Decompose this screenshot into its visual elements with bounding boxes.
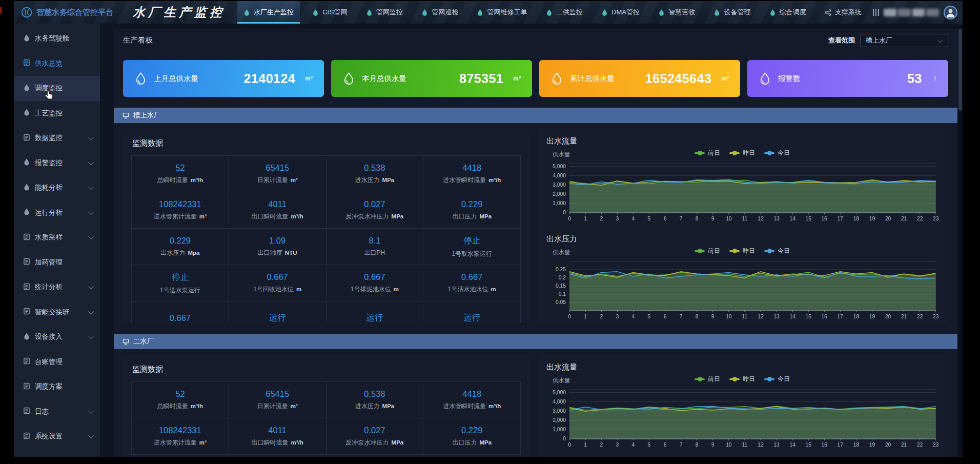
monitor-cell-value: 运行	[463, 312, 480, 323]
top-nav-tab-label: 水厂生产监控	[254, 8, 294, 17]
monitor-cell-value: 0.667	[267, 272, 288, 282]
monitor-cell-value: 4011	[268, 426, 286, 435]
legend-item[interactable]: 前日	[695, 375, 720, 384]
legend-item[interactable]: 前日	[695, 247, 720, 255]
top-nav-tab[interactable]: GIS管网	[306, 1, 353, 24]
svg-text:2,000: 2,000	[553, 191, 566, 197]
monitor-cell: 0.538 进水压力 MPa	[326, 382, 423, 418]
svg-text:0.15: 0.15	[556, 284, 566, 289]
legend-item-label: 昨日	[743, 149, 755, 157]
top-bar: 智慧水务综合管控平台 水厂生产监控 水厂生产监控 GIS管网 管网监控 管网巡检	[14, 1, 963, 24]
top-nav-tab[interactable]: 综合调度	[763, 1, 812, 24]
plant-scope-select[interactable]: 槽上水厂	[860, 34, 948, 47]
legend-item[interactable]: 前日	[695, 149, 720, 157]
monitor-data-grid: 52 总瞬时流量 m³/h 65415 日累计流量 m³ 0.538 进水压力 …	[131, 381, 521, 455]
document-icon	[23, 357, 30, 366]
chevron-down-icon	[88, 184, 94, 190]
monitor-cell-label: 出水压力	[160, 249, 185, 257]
plant-section-title: 槽上水厂	[133, 111, 161, 120]
sidebar-item[interactable]: 能耗分析	[14, 175, 100, 200]
monitor-cell: 0.667 1号回收池水位 m	[229, 265, 326, 301]
top-nav-tab[interactable]: 水厂生产监控	[237, 1, 300, 24]
sidebar-item[interactable]: 调度方案	[14, 374, 100, 399]
monitor-cell-unit: m³	[291, 403, 298, 409]
sidebar-item[interactable]: 日志	[14, 399, 100, 425]
page-title: 水厂生产监控	[133, 4, 225, 21]
production-board: 生产看板 查看范围 槽上水厂 上月总供水量 2140124 m³ 本月总供水量 …	[114, 29, 957, 457]
top-nav-tab[interactable]: DMA管控	[595, 1, 646, 24]
monitor-cell-label: 出口压力	[452, 212, 477, 221]
sidebar-item[interactable]: 台账管理	[14, 350, 100, 375]
monitor-cell-value: 1.09	[269, 236, 285, 246]
monitor-cell-value: 停止	[172, 272, 189, 283]
monitor-cell: 停止 1号送水泵运行	[132, 265, 229, 301]
legend-item[interactable]: 今日	[764, 375, 790, 384]
water-drop-icon	[243, 9, 250, 16]
monitor-cell: 运行	[423, 301, 520, 323]
top-nav-tab[interactable]: 管网维修工单	[471, 1, 533, 24]
legend-item[interactable]: 昨日	[729, 375, 755, 384]
top-nav-tab[interactable]: 设备管理	[707, 1, 757, 24]
sidebar-item[interactable]: 供水总览	[14, 51, 100, 76]
scrollbar-thumb[interactable]	[958, 29, 962, 111]
top-nav-tab[interactable]: 二供监控	[540, 1, 589, 24]
sidebar-item[interactable]: 运行分析	[14, 200, 100, 226]
monitor-cell-label: 出口浊度	[258, 249, 282, 257]
svg-text:2: 2	[600, 314, 603, 319]
svg-text:0: 0	[568, 314, 571, 319]
top-nav-tab[interactable]: 管网巡检	[415, 1, 464, 24]
plant-section: 二水厂 监测数据 52 总瞬时流量 m³/h 65415 日累计流量 m³ 0.…	[123, 334, 948, 457]
legend-item[interactable]: 昨日	[729, 247, 755, 255]
top-nav-tab[interactable]: 支撑系统	[819, 1, 868, 24]
monitor-cell-value: 108242331	[159, 426, 201, 435]
sidebar-item[interactable]: 数据监控	[14, 126, 100, 151]
user-avatar[interactable]	[944, 6, 957, 19]
svg-text:6: 6	[664, 314, 667, 319]
sidebar-item-label: 调度方案	[35, 382, 63, 391]
area-chart: 0.050.10.150.20.250123456789101112131415…	[545, 258, 939, 321]
sidebar-item[interactable]: 设备接入	[14, 325, 100, 350]
svg-text:21: 21	[901, 442, 907, 448]
monitor-cell: 65415 日累计流量 m³	[229, 382, 326, 418]
sidebar-item[interactable]: 加药管理	[14, 250, 100, 275]
stat-cards-row: 上月总供水量 2140124 m³ 本月总供水量 875351 m³ 累计总供水…	[123, 60, 948, 97]
monitor-cell-label: 日累计流量	[257, 402, 288, 411]
legend-item[interactable]: 今日	[764, 149, 790, 157]
sidebar-item[interactable]: 统计分析	[14, 275, 100, 300]
chevron-down-icon	[88, 159, 94, 165]
monitor-data-grid: 52 总瞬时流量 m³/h 65415 日累计流量 m³ 0.538 进水压力 …	[131, 155, 521, 323]
monitor-cell-value: 52	[175, 163, 185, 173]
sidebar-item[interactable]: 水质采样	[14, 225, 100, 250]
legend-item[interactable]: 今日	[764, 247, 790, 255]
chevron-down-icon	[88, 209, 94, 215]
monitor-cell-label: 日累计流量	[257, 176, 288, 185]
chevron-down-icon	[88, 234, 94, 239]
svg-text:10: 10	[726, 314, 732, 319]
sidebar-item-label: 水质采样	[35, 233, 63, 242]
top-nav-tab[interactable]: 管网监控	[360, 1, 409, 24]
sidebar-item[interactable]: 工艺监控	[14, 101, 100, 126]
stat-card: 上月总供水量 2140124 m³	[123, 60, 324, 97]
monitor-cell-unit: m³	[199, 439, 207, 446]
sidebar-item[interactable]: 智能交接班	[14, 300, 100, 325]
sidebar-item[interactable]: 水务驾驶舱	[14, 26, 100, 51]
water-drop-outline-icon	[342, 72, 355, 85]
svg-text:3: 3	[616, 216, 619, 221]
monitor-cell-label: 1号清水池水位	[448, 285, 488, 294]
legend-item[interactable]: 昨日	[729, 149, 755, 157]
chevron-down-icon	[88, 433, 94, 438]
plant-section: 槽上水厂 监测数据 52 总瞬时流量 m³/h 65415 日累计流量 m³ 0…	[123, 108, 948, 323]
sidebar-item[interactable]: 系统设置	[14, 424, 100, 449]
chart-axis-title: 供水量	[553, 151, 570, 158]
brand: 智慧水务综合管控平台	[21, 7, 130, 18]
stat-card: 本月总供水量 875351 m³	[331, 60, 532, 97]
svg-text:11: 11	[742, 216, 748, 221]
monitor-cell-label: 出口压力	[452, 438, 477, 447]
document-icon	[23, 382, 30, 391]
sidebar-item[interactable]: 调度监控	[14, 76, 100, 101]
svg-text:4: 4	[632, 314, 635, 319]
svg-text:7: 7	[680, 442, 683, 448]
top-nav-tab[interactable]: 智慧营收	[652, 1, 701, 24]
sidebar-item[interactable]: 报警监控	[14, 151, 100, 176]
monitor-cell-unit: m³/h	[291, 213, 303, 219]
